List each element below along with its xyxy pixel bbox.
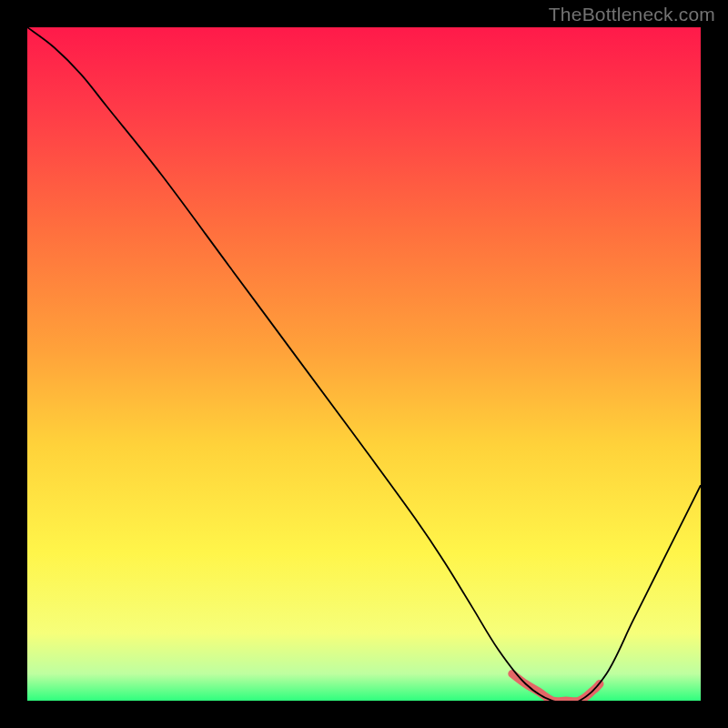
gradient-background <box>27 27 701 701</box>
chart-frame: TheBottleneck.com <box>0 0 728 728</box>
plot-area <box>27 27 701 701</box>
watermark-label: TheBottleneck.com <box>549 4 715 25</box>
chart-svg <box>27 27 701 701</box>
